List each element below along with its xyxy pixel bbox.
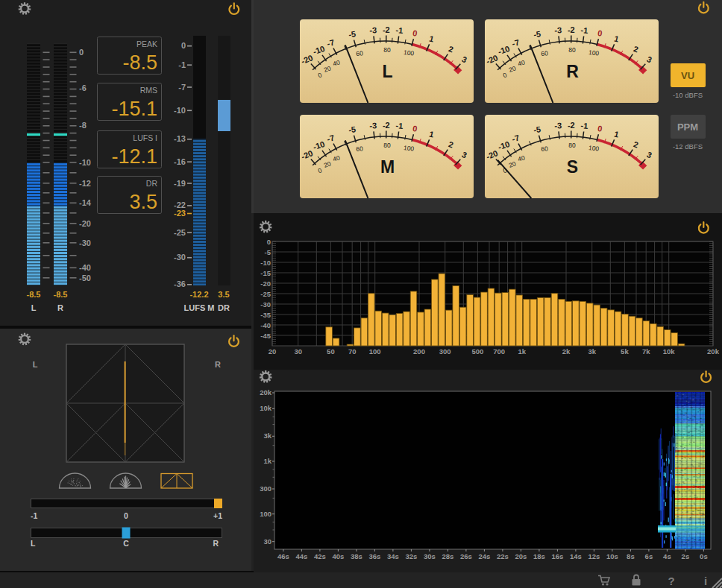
svg-text:-12.2: -12.2 [189,290,208,299]
svg-text:-3: -3 [369,121,377,130]
svg-text:18s: 18s [533,552,545,560]
svg-text:100: 100 [260,510,271,518]
svg-text:-3: -3 [554,121,562,130]
svg-text:0: 0 [79,48,84,57]
svg-text:-20: -20 [260,279,271,288]
svg-text:-23: -23 [174,209,186,218]
svg-text:S: S [567,157,578,177]
svg-text:-13: -13 [174,134,186,143]
svg-text:-35: -35 [260,311,271,319]
svg-text:-1: -1 [580,25,588,35]
svg-text:-1: -1 [178,60,186,69]
svg-text:-5: -5 [348,29,357,39]
svg-text:L: L [31,303,37,312]
svg-text:DR: DR [146,179,158,188]
svg-text:-2: -2 [568,121,575,130]
svg-text:-6: -6 [79,83,87,92]
svg-text:-8: -8 [79,121,87,130]
svg-text:300: 300 [260,484,271,493]
svg-text:-20: -20 [79,219,91,228]
svg-text:300: 300 [439,347,451,355]
svg-text:40s: 40s [332,552,344,560]
svg-text:30: 30 [263,537,271,546]
svg-text:80: 80 [383,46,391,54]
svg-text:-2: -2 [383,121,390,130]
svg-text:-10: -10 [79,158,91,167]
svg-text:-1: -1 [31,511,37,520]
svg-text:80: 80 [568,142,576,149]
svg-text:LUFS I: LUFS I [133,133,157,142]
svg-text:80: 80 [568,46,576,54]
svg-text:-5: -5 [533,124,542,134]
svg-text:-12.1: -12.1 [111,145,157,168]
svg-text:50: 50 [327,347,335,355]
svg-text:R: R [57,303,63,312]
svg-text:0s: 0s [700,552,708,560]
svg-text:42s: 42s [314,552,326,560]
svg-text:14s: 14s [570,552,582,560]
svg-text:-36: -36 [174,279,186,288]
svg-text:100: 100 [369,347,381,355]
svg-text:-2: -2 [568,25,575,34]
svg-text:-15.1: -15.1 [111,98,157,120]
svg-text:7k: 7k [642,347,650,355]
svg-text:L: L [31,539,36,548]
svg-text:60: 60 [356,49,364,57]
svg-text:-25: -25 [260,290,271,298]
svg-text:200: 200 [413,347,425,355]
svg-text:i: i [704,575,707,587]
svg-text:12s: 12s [588,552,600,560]
svg-text:80: 80 [383,142,391,149]
svg-text:500: 500 [471,347,483,355]
svg-text:-16: -16 [174,157,186,166]
svg-text:-8.5: -8.5 [54,290,68,299]
svg-text:-40: -40 [260,321,271,329]
svg-text:20s: 20s [515,552,527,560]
svg-text:32s: 32s [405,552,417,560]
svg-text:60: 60 [541,145,549,153]
svg-text:-30: -30 [174,253,186,262]
svg-text:-19: -19 [174,179,186,188]
svg-text:60: 60 [541,49,549,57]
svg-text:34s: 34s [387,552,399,560]
svg-text:L: L [33,360,38,369]
svg-text:-30: -30 [260,300,271,309]
svg-text:100: 100 [588,48,600,57]
svg-text:-3: -3 [369,25,377,34]
svg-text:10s: 10s [606,552,618,560]
svg-text:70: 70 [348,347,357,355]
svg-text:10k: 10k [663,347,676,355]
svg-text:0: 0 [267,238,271,246]
svg-text:3.5: 3.5 [218,290,229,299]
svg-text:-12 dBFS: -12 dBFS [673,142,703,151]
svg-text:20k: 20k [707,347,720,355]
svg-text:28s: 28s [442,552,453,560]
svg-text:-1: -1 [395,121,404,130]
svg-text:26s: 26s [460,552,472,560]
svg-text:0: 0 [181,41,186,50]
svg-text:-5: -5 [265,248,271,256]
svg-text:LUFS M: LUFS M [184,303,215,312]
svg-text:2k: 2k [562,347,571,355]
svg-text:-14: -14 [79,198,92,207]
svg-text:-50: -50 [79,274,91,282]
svg-text:-45: -45 [260,332,271,340]
svg-text:-8.5: -8.5 [27,290,41,299]
svg-text:-3: -3 [554,25,562,34]
svg-text:-12: -12 [79,179,91,188]
svg-text:R: R [566,62,579,81]
svg-text:44s: 44s [295,552,307,560]
svg-text:36s: 36s [368,552,380,560]
svg-text:?: ? [668,575,674,587]
svg-text:+1: +1 [213,511,222,520]
svg-text:VU: VU [681,70,694,81]
svg-text:22s: 22s [497,552,509,560]
svg-text:-40: -40 [79,263,91,272]
svg-text:16s: 16s [551,552,563,560]
svg-text:3.5: 3.5 [129,191,157,213]
svg-text:PEAK: PEAK [136,39,157,48]
svg-text:-10: -10 [174,106,186,115]
svg-text:30: 30 [294,347,302,355]
svg-text:-1: -1 [395,25,404,35]
svg-text:3k: 3k [588,347,596,355]
